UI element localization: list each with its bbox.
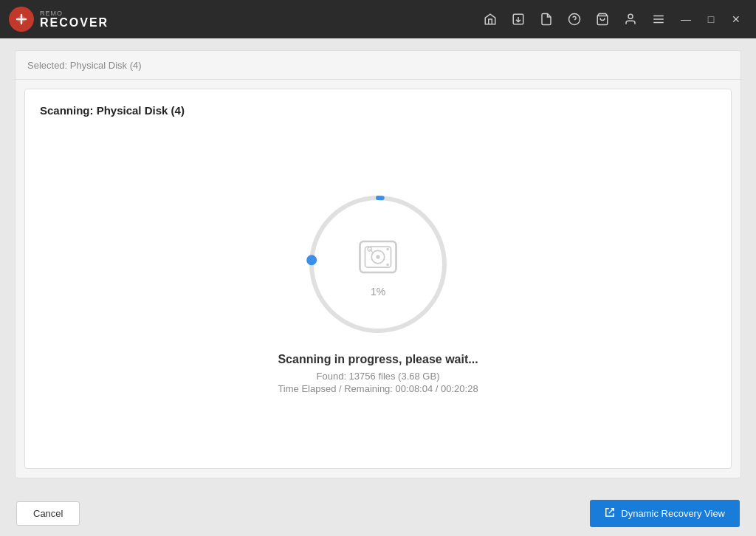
user-icon[interactable] (623, 12, 638, 27)
help-icon[interactable] (567, 12, 582, 27)
svg-point-11 (306, 255, 317, 266)
logo: remo RECOVER (9, 7, 483, 32)
circle-inner: 1% (352, 231, 404, 298)
scanning-main-text: Scanning in progress, please wait... (278, 353, 478, 366)
download-icon[interactable] (511, 12, 526, 27)
svg-point-5 (628, 14, 633, 18)
home-icon[interactable] (483, 12, 498, 27)
cart-icon[interactable] (595, 12, 610, 27)
circle-progress-wrapper: 1% (304, 190, 452, 338)
minimize-button[interactable]: — (675, 8, 697, 30)
inner-card: Scanning: Physical Disk (4) (24, 89, 732, 469)
file-icon[interactable] (539, 12, 554, 27)
footer: Cancel Dynamic Recovery View (0, 490, 756, 536)
svg-point-15 (376, 255, 379, 258)
scanning-title: Scanning: Physical Disk (4) (40, 104, 185, 117)
logo-recover: RECOVER (40, 17, 109, 29)
menu-icon[interactable] (651, 12, 666, 27)
svg-point-19 (386, 264, 389, 267)
cancel-button[interactable]: Cancel (16, 501, 80, 526)
progress-percent: 1% (371, 286, 385, 298)
dynamic-recovery-icon (605, 507, 615, 520)
logo-text: remo RECOVER (40, 10, 109, 29)
dynamic-recovery-label: Dynamic Recovery View (621, 508, 725, 519)
progress-container: 1% Scanning in progress, please wait... … (278, 131, 478, 453)
title-bar: remo RECOVER (0, 0, 756, 38)
scanning-status: Scanning in progress, please wait... Fou… (278, 353, 478, 394)
close-button[interactable]: ✕ (725, 8, 747, 30)
logo-icon (9, 7, 34, 32)
window-controls: — □ ✕ (675, 8, 747, 30)
scanning-time: Time Elapsed / Remaining: 00:08:04 / 00:… (278, 383, 478, 394)
svg-point-18 (386, 248, 389, 251)
selected-label: Selected: Physical Disk (4) (27, 60, 142, 71)
toolbar-icons (483, 12, 666, 27)
hdd-icon (352, 231, 404, 283)
scanning-found: Found: 13756 files (3.68 GB) (278, 371, 478, 382)
maximize-button[interactable]: □ (700, 8, 722, 30)
dynamic-recovery-button[interactable]: Dynamic Recovery View (590, 500, 740, 527)
outer-card: Selected: Physical Disk (4) Scanning: Ph… (15, 50, 741, 478)
main-content: Selected: Physical Disk (4) Scanning: Ph… (0, 38, 756, 490)
outer-card-header: Selected: Physical Disk (4) (16, 51, 740, 80)
